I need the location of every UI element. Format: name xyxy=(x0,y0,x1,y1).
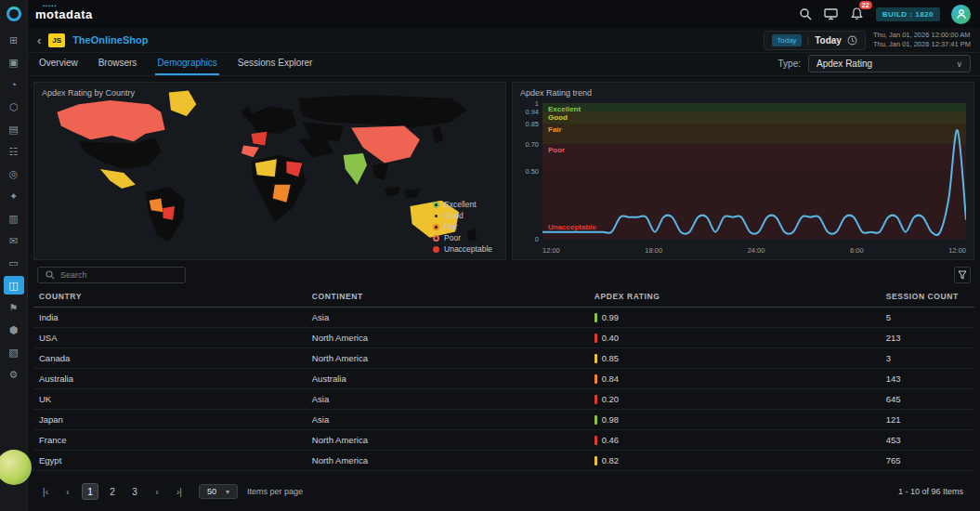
table-row[interactable]: IndiaAsia0.995 xyxy=(33,308,974,328)
column-header-continent[interactable]: CONTINENT xyxy=(307,288,589,308)
prev-page-button[interactable]: ‹ xyxy=(59,483,76,500)
y-tick: 0.50 xyxy=(525,167,539,176)
good-legend-dot-icon xyxy=(433,213,439,219)
sidebar-item-metrics[interactable]: ▥ xyxy=(4,209,24,228)
apdex-rating-cell: 0.84 xyxy=(589,369,881,389)
sidebar-item-inventory[interactable]: ▤ xyxy=(4,120,24,138)
legend-item-fair[interactable]: Fair xyxy=(433,222,492,231)
search-input[interactable] xyxy=(60,270,163,280)
country-cell: USA xyxy=(33,328,307,348)
x-tick: 24:00 xyxy=(748,246,765,255)
legend-item-unacceptable[interactable]: Unacceptable xyxy=(433,244,492,254)
type-dropdown[interactable]: Apdex Rating ∨ xyxy=(808,55,971,72)
sidebar-item-automation[interactable]: ⚑ xyxy=(4,298,24,317)
legend-label: Fair xyxy=(444,222,458,231)
sidebar-item-rum[interactable]: ◫ xyxy=(4,276,24,295)
first-page-button[interactable]: |‹ xyxy=(37,483,54,500)
sidebar-item-discovery[interactable]: ◎ xyxy=(4,164,24,183)
sidebar-icon-list: ⊞▣◔⬡▤☷◎✦▥✉▭◫⚑⬢▧⚙ xyxy=(4,31,24,384)
assistant-orb[interactable] xyxy=(0,450,32,485)
apdex-map-panel: Apdex Rating by Country xyxy=(33,82,506,260)
apdex-color-bar xyxy=(595,374,597,384)
tab-overview[interactable]: Overview xyxy=(37,54,80,75)
legend-item-poor[interactable]: Poor xyxy=(433,233,492,242)
legend-item-excellent[interactable]: Excellent xyxy=(433,200,492,209)
time-range-picker[interactable]: Today | Today xyxy=(764,31,866,50)
legend-label: Good xyxy=(444,211,464,220)
table-row[interactable]: AustraliaAustralia0.84143 xyxy=(33,369,974,389)
x-tick: 6:00 xyxy=(850,246,864,255)
continent-cell: Asia xyxy=(307,389,589,410)
type-label: Type: xyxy=(778,59,801,69)
back-chevron-icon[interactable]: ‹ xyxy=(37,34,41,46)
filter-button[interactable] xyxy=(954,267,971,283)
sidebar-item-logs[interactable]: ▧ xyxy=(4,343,24,361)
tab-sessions-explorer[interactable]: Sessions Explorer xyxy=(236,54,315,75)
type-filter: Type: Apdex Rating ∨ xyxy=(778,55,971,72)
session-count-cell: 121 xyxy=(881,410,974,430)
user-avatar[interactable] xyxy=(951,5,971,24)
apdex-color-bar xyxy=(595,334,597,343)
map-legend: ExcellentGoodFairPoorUnacceptable xyxy=(433,200,492,254)
column-header-apdex-rating[interactable]: APDEX RATING xyxy=(589,288,881,308)
legend-item-good[interactable]: Good xyxy=(433,211,492,220)
page-button-2[interactable]: 2 xyxy=(104,483,121,500)
search-icon[interactable] xyxy=(798,7,813,21)
table-row[interactable]: USANorth America0.40213 xyxy=(33,328,974,348)
page-size-value: 50 xyxy=(207,487,216,496)
items-per-page-label: Items per page xyxy=(247,487,303,496)
chevron-down-icon: ▾ xyxy=(226,488,229,496)
table-row[interactable]: EgyptNorth America0.82765 xyxy=(33,451,974,471)
apdex-color-bar xyxy=(595,436,597,445)
country-cell: Japan xyxy=(33,410,307,430)
column-header-session-count[interactable]: SESSION COUNT xyxy=(881,288,974,308)
sidebar-item-reports[interactable]: ▭ xyxy=(4,254,24,272)
time-range-value: Today xyxy=(815,35,842,46)
sidebar-item-availability[interactable]: ✦ xyxy=(4,187,24,205)
page-button-1[interactable]: 1 xyxy=(82,483,98,500)
sidebar-item-topology[interactable]: ⬡ xyxy=(4,98,24,116)
pagination-range-text: 1 - 10 of 96 Items xyxy=(898,487,971,496)
table-row[interactable]: JapanAsia0.98121 xyxy=(33,410,974,430)
next-page-button[interactable]: › xyxy=(149,483,165,500)
trend-plot-area[interactable]: UnacceptablePoorFairGoodExcellent xyxy=(542,103,966,239)
range-separator: | xyxy=(807,35,810,46)
sidebar-item-alerts[interactable]: ◔ xyxy=(4,75,24,94)
continent-cell: North America xyxy=(307,430,589,451)
main-column: ••••• motadata 22 BUILD : 1820 xyxy=(28,0,980,511)
table-row[interactable]: CanadaNorth America0.853 xyxy=(33,348,974,369)
session-count-cell: 3 xyxy=(881,348,974,369)
range-start-datetime: Thu, Jan 01, 2026 12:00:00 AM xyxy=(873,31,971,40)
apdex-rating-cell: 0.82 xyxy=(589,451,881,471)
apdex-color-bar xyxy=(595,415,597,425)
column-header-country[interactable]: COUNTRY xyxy=(33,288,307,308)
sidebar-item-dashboard-grid[interactable]: ⊞ xyxy=(4,31,24,49)
last-page-button[interactable]: ›| xyxy=(171,483,188,500)
sidebar-item-flows[interactable]: ⬢ xyxy=(4,321,24,339)
range-end-datetime: Thu, Jan 01, 2026 12:37:41 PM xyxy=(873,40,971,49)
country-cell: India xyxy=(33,308,307,328)
sidebar-item-monitor[interactable]: ▣ xyxy=(4,53,24,72)
sidebar-item-settings[interactable]: ⚙ xyxy=(4,365,24,384)
y-tick: 0.70 xyxy=(525,139,539,148)
table-row[interactable]: FranceNorth America0.46453 xyxy=(33,430,974,451)
table-row[interactable]: UKAsia0.20645 xyxy=(33,389,974,410)
tab-demographics[interactable]: Demographics xyxy=(155,54,218,75)
notifications-bell-icon[interactable]: 22 xyxy=(850,7,865,21)
session-count-cell: 645 xyxy=(881,389,974,410)
chevron-down-icon: ∨ xyxy=(956,59,962,69)
sidebar-item-messages[interactable]: ✉ xyxy=(4,231,24,250)
page-size-dropdown[interactable]: 50 ▾ xyxy=(199,484,238,499)
sidebar-item-network[interactable]: ☷ xyxy=(4,142,24,161)
page-button-3[interactable]: 3 xyxy=(126,483,143,500)
application-name[interactable]: TheOnlineShop xyxy=(72,34,148,46)
country-cell: UK xyxy=(33,389,307,410)
motadata-logo-icon[interactable] xyxy=(7,7,21,21)
apdex-rating-cell: 0.20 xyxy=(589,389,881,410)
display-icon[interactable] xyxy=(824,7,839,21)
map-panel-title: Apdex Rating by Country xyxy=(42,88,135,98)
history-clock-icon xyxy=(847,35,857,46)
table-search-box[interactable] xyxy=(37,267,186,283)
apdex-rating-cell: 0.46 xyxy=(589,430,881,451)
tab-browsers[interactable]: Browsers xyxy=(97,54,139,75)
